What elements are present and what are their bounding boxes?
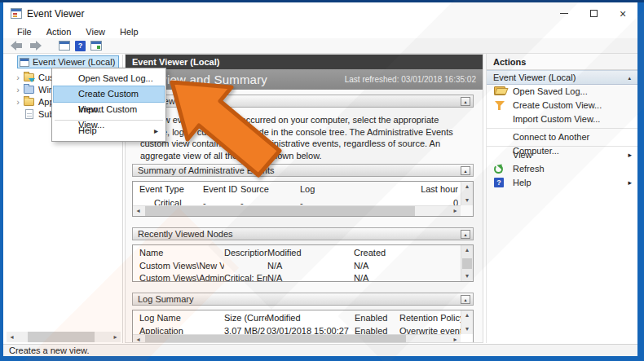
column-header[interactable]: Enabled bbox=[355, 313, 399, 323]
tree-horizontal-scrollbar[interactable]: ◂ ▸ bbox=[7, 332, 121, 342]
scroll-down-icon[interactable]: ▾ bbox=[461, 196, 473, 205]
context-create-custom-view[interactable]: Create Custom View... bbox=[54, 86, 164, 102]
action-help[interactable]: ? Help ▸ bbox=[487, 176, 637, 190]
table-row[interactable]: Custom Views\New View N/A N/A bbox=[133, 260, 473, 272]
recent-section-header[interactable]: Recently Viewed Nodes ▴ bbox=[132, 227, 474, 240]
close-button[interactable]: × bbox=[608, 2, 637, 24]
collapse-icon[interactable]: ▴ bbox=[461, 295, 470, 304]
menu-bar: File Action View Help bbox=[3, 24, 637, 38]
action-create-custom-view[interactable]: Create Custom View... bbox=[487, 99, 637, 112]
logs-table-header: Log Name Size (Curre... Modified Enabled… bbox=[133, 310, 473, 325]
menu-action[interactable]: Action bbox=[39, 27, 79, 37]
applications-logs-icon bbox=[24, 98, 34, 106]
scroll-down-icon[interactable]: ▾ bbox=[461, 324, 473, 334]
collapse-icon[interactable]: ▴ bbox=[628, 71, 631, 85]
column-header[interactable]: Retention Policy bbox=[399, 313, 461, 323]
show-console-tree-icon[interactable] bbox=[59, 41, 70, 51]
separator bbox=[487, 128, 637, 129]
status-bar: Creates a new view. bbox=[3, 344, 637, 356]
back-icon[interactable] bbox=[10, 41, 24, 51]
show-action-pane-icon[interactable] bbox=[90, 41, 102, 51]
column-header[interactable]: Log bbox=[300, 184, 379, 194]
scrollbar-thumb[interactable] bbox=[145, 335, 406, 343]
maximize-button[interactable] bbox=[579, 2, 608, 24]
subscriptions-icon bbox=[25, 109, 33, 119]
column-header[interactable]: Last hour bbox=[379, 184, 458, 194]
actions-group-label: Event Viewer (Local) bbox=[493, 73, 576, 82]
action-view[interactable]: View ▸ bbox=[487, 148, 637, 162]
tutorial-arrow-overlay bbox=[157, 76, 288, 186]
recent-table: Name Description Modified Created Custom… bbox=[132, 244, 474, 282]
scrollbar-thumb[interactable] bbox=[462, 258, 472, 269]
minimize-button[interactable] bbox=[549, 2, 579, 24]
context-import-custom-view[interactable]: Import Custom View... bbox=[54, 102, 164, 117]
scroll-right-icon[interactable]: ▸ bbox=[110, 333, 121, 341]
actions-panel: Actions Event Viewer (Local) ▴ Open Save… bbox=[486, 54, 637, 343]
actions-group-header[interactable]: Event Viewer (Local) ▴ bbox=[487, 70, 637, 85]
separator bbox=[487, 146, 637, 147]
scroll-up-icon[interactable]: ▴ bbox=[461, 245, 473, 255]
context-help[interactable]: Help ▸ bbox=[54, 123, 164, 139]
table-row[interactable]: Custom Views\Administra Critical; Err N/… bbox=[133, 272, 473, 282]
actions-title: Actions bbox=[487, 54, 637, 70]
breadcrumb: Event Viewer (Local) bbox=[126, 55, 483, 69]
expand-chevron-icon[interactable]: › bbox=[12, 97, 24, 107]
action-import-custom-view[interactable]: Import Custom View... bbox=[487, 112, 637, 126]
collapse-icon[interactable]: ▴ bbox=[461, 230, 470, 239]
close-icon: × bbox=[620, 8, 626, 20]
scroll-up-icon[interactable]: ▴ bbox=[461, 310, 473, 320]
scroll-right-icon[interactable]: ▸ bbox=[450, 336, 461, 342]
toolbar-help-icon[interactable]: ? bbox=[75, 41, 86, 51]
minimize-icon bbox=[560, 13, 568, 14]
logs-table: Log Name Size (Curre... Modified Enabled… bbox=[132, 310, 474, 343]
scroll-left-icon[interactable]: ◂ bbox=[133, 207, 143, 214]
title-bar: Event Viewer × bbox=[3, 2, 637, 24]
logs-vertical-scrollbar[interactable]: ▴ ▾ bbox=[461, 310, 473, 334]
event-viewer-icon bbox=[20, 58, 29, 67]
menu-help[interactable]: Help bbox=[112, 27, 146, 37]
refresh-icon bbox=[494, 165, 503, 174]
submenu-arrow-icon: ▸ bbox=[628, 148, 632, 162]
column-header[interactable]: Modified bbox=[267, 248, 354, 258]
context-open-saved-log[interactable]: Open Saved Log... bbox=[54, 71, 164, 86]
logs-section-title: Log Summary bbox=[138, 294, 193, 304]
scrollbar-thumb[interactable] bbox=[145, 206, 415, 216]
event-viewer-window: Event Viewer × File Action View Help ? E… bbox=[3, 2, 637, 356]
collapse-icon[interactable]: ▴ bbox=[461, 166, 470, 175]
app-icon bbox=[11, 8, 22, 19]
summary-vertical-scrollbar[interactable]: ▴ ▾ bbox=[461, 182, 473, 205]
logs-horizontal-scrollbar[interactable]: ◂ ▸ bbox=[133, 334, 461, 343]
scroll-down-icon[interactable]: ▾ bbox=[461, 271, 473, 281]
tree-root-label: Event Viewer (Local) bbox=[33, 57, 115, 67]
recent-vertical-scrollbar[interactable]: ▴ ▾ bbox=[461, 245, 473, 281]
windows-logs-icon bbox=[24, 86, 34, 94]
tree-root-event-viewer[interactable]: Event Viewer (Local) bbox=[17, 55, 119, 68]
action-refresh[interactable]: Refresh bbox=[487, 162, 637, 176]
window-title: Event Viewer bbox=[27, 8, 84, 20]
forward-icon[interactable] bbox=[29, 41, 42, 51]
column-header[interactable]: Log Name bbox=[133, 313, 224, 323]
column-header[interactable]: Modified bbox=[267, 313, 355, 323]
collapse-icon[interactable]: ▴ bbox=[461, 97, 470, 106]
maximize-icon bbox=[590, 10, 598, 17]
summary-table: Event Type Event ID Source Log Last hour… bbox=[132, 181, 474, 217]
help-icon: ? bbox=[494, 178, 504, 187]
scroll-right-icon[interactable]: ▸ bbox=[450, 207, 461, 214]
menu-view[interactable]: View bbox=[78, 27, 112, 37]
menu-file[interactable]: File bbox=[10, 27, 39, 37]
column-header[interactable]: Description bbox=[224, 248, 267, 258]
scrollbar-thumb[interactable] bbox=[28, 332, 95, 342]
logs-section-header[interactable]: Log Summary ▴ bbox=[132, 293, 474, 306]
submenu-arrow-icon: ▸ bbox=[628, 176, 632, 190]
action-open-saved-log[interactable]: Open Saved Log... bbox=[487, 85, 637, 99]
expand-chevron-icon[interactable]: › bbox=[12, 85, 24, 95]
scroll-left-icon[interactable]: ◂ bbox=[133, 336, 143, 342]
summary-horizontal-scrollbar[interactable]: ◂ ▸ bbox=[133, 205, 461, 216]
expand-chevron-icon[interactable]: › bbox=[12, 73, 24, 82]
action-connect-computer[interactable]: Connect to Another Computer... bbox=[487, 130, 637, 144]
scroll-left-icon[interactable]: ◂ bbox=[7, 333, 17, 341]
column-header[interactable]: Name bbox=[133, 248, 224, 258]
column-header[interactable]: Size (Curre... bbox=[224, 313, 267, 323]
scroll-up-icon[interactable]: ▴ bbox=[461, 182, 473, 192]
column-header[interactable]: Created bbox=[354, 248, 461, 258]
